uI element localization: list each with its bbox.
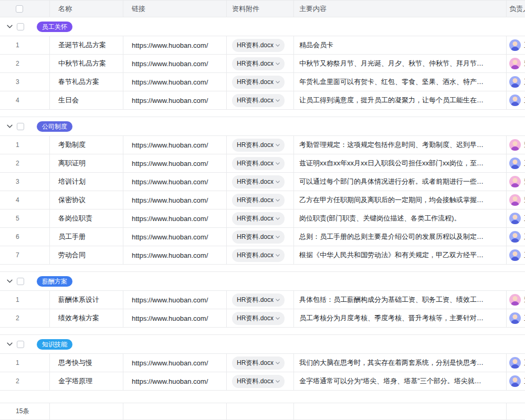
link-cell[interactable]: https://www.huoban.com/	[123, 309, 227, 328]
attachment-chip[interactable]: HR资料.docx	[232, 139, 285, 152]
chevron-down-icon[interactable]	[6, 24, 13, 30]
attachment-chip[interactable]: HR资料.docx	[232, 293, 285, 307]
group-checkbox[interactable]	[17, 23, 24, 30]
name-cell[interactable]: 离职证明	[50, 154, 123, 173]
name-cell[interactable]: 春节礼品方案	[50, 73, 123, 91]
attachment-chip[interactable]: HR资料.docx	[232, 375, 285, 388]
link-cell[interactable]: https://www.huoban.com/	[123, 291, 227, 309]
link-cell[interactable]: https://www.huoban.com/	[123, 191, 227, 209]
link-cell[interactable]: https://www.huoban.com/	[123, 55, 227, 73]
content-cell[interactable]: 金字塔通常可以分为“塔尖、塔身、塔基”三个部分。塔尖就…	[294, 372, 507, 391]
link-cell[interactable]: https://www.huoban.com/	[123, 173, 227, 191]
content-cell[interactable]: 精品会员卡	[294, 36, 507, 55]
group-gap	[0, 110, 525, 117]
content-cell[interactable]: 中秋节又称祭月节、月光诞、月夕、秋节、仲秋节、拜月节…	[294, 55, 507, 73]
name-cell[interactable]: 生日会	[50, 91, 123, 110]
owner-cell[interactable]: 三	[507, 228, 525, 246]
owner-cell[interactable]: 三	[507, 372, 525, 391]
column-header-owner[interactable]: 负责人	[507, 1, 525, 17]
column-header-link[interactable]: 链接	[123, 1, 227, 17]
link-cell[interactable]: https://www.huoban.com/	[123, 209, 227, 228]
table-row: 1思考快与慢https://www.huoban.com/HR资料.docx我们…	[0, 354, 525, 372]
select-all-checkbox[interactable]	[16, 5, 23, 13]
name-cell[interactable]: 培训计划	[50, 173, 123, 191]
name-cell[interactable]: 圣诞节礼品方案	[50, 36, 123, 55]
link-cell[interactable]: https://www.huoban.com/	[123, 246, 227, 265]
group-name-badge[interactable]: 薪酬方案	[37, 276, 72, 287]
owner-cell[interactable]: 董	[507, 136, 525, 154]
owner-cell[interactable]: 三	[507, 246, 525, 265]
link-cell[interactable]: https://www.huoban.com/	[123, 36, 227, 55]
attachment-chip[interactable]: HR资料.docx	[232, 57, 285, 70]
owner-cell[interactable]: 董	[507, 55, 525, 73]
name-cell[interactable]: 绩效考核方案	[50, 309, 123, 328]
content-cell[interactable]: 我们的大脑在思考时，其实存在着两套系统，分别是快思考…	[294, 354, 507, 372]
content-cell[interactable]: 具体包括：员工薪酬构成分为基础工资、职务工资、绩效工…	[294, 291, 507, 309]
name-cell[interactable]: 金字塔原理	[50, 372, 123, 391]
name-cell[interactable]: 思考快与慢	[50, 354, 123, 372]
content-cell[interactable]: 乙方在甲方任职期间及离职后的一定期间，均会接触或掌握…	[294, 191, 507, 209]
name-cell[interactable]: 薪酬体系设计	[50, 291, 123, 309]
chevron-down-icon	[276, 181, 280, 183]
column-header-name[interactable]: 名称	[50, 1, 123, 17]
content-cell[interactable]: 岗位职责(部门职责、关键岗位描述、各类工作流程)。	[294, 209, 507, 228]
name-cell[interactable]: 劳动合同	[50, 246, 123, 265]
chevron-down-icon[interactable]	[6, 278, 13, 285]
content-cell[interactable]: 员工考核分为月度考核、季度考核、晋升考核等，主要针对…	[294, 309, 507, 328]
attachment-chip[interactable]: HR资料.docx	[232, 230, 285, 244]
owner-cell[interactable]: 三	[507, 73, 525, 91]
attachment-chip[interactable]: HR资料.docx	[232, 312, 285, 325]
owner-cell[interactable]: 三	[507, 154, 525, 173]
owner-cell[interactable]: 三	[507, 91, 525, 110]
owner-cell[interactable]: 三	[507, 209, 525, 228]
attachment-chip[interactable]: HR资料.docx	[232, 157, 285, 170]
table-row: 2中秋节礼品方案https://www.huoban.com/HR资料.docx…	[0, 55, 525, 73]
name-cell[interactable]: 保密协议	[50, 191, 123, 209]
owner-cell[interactable]: 董	[507, 173, 525, 191]
owner-cell[interactable]: 董	[507, 291, 525, 309]
attachment-chip[interactable]: HR资料.docx	[232, 94, 285, 107]
name-cell[interactable]: 中秋节礼品方案	[50, 55, 123, 73]
footer-cell-link	[123, 403, 227, 420]
group-name-badge[interactable]: 员工关怀	[37, 22, 72, 32]
group-name-badge[interactable]: 知识技能	[37, 339, 72, 350]
table-header-row: 名称 链接 资料附件 主要内容 负责人	[0, 0, 525, 17]
owner-cell[interactable]: 三	[507, 354, 525, 372]
attachment-chip[interactable]: HR资料.docx	[232, 212, 285, 225]
content-cell[interactable]: 年货礼盒里面可以有贺卡、红包、零食、坚果、酒水、特产…	[294, 73, 507, 91]
owner-cell[interactable]: 三	[507, 309, 525, 328]
content-cell[interactable]: 考勤管理规定：这项规定包括作息时间、考勤制度、迟到早…	[294, 136, 507, 154]
group-checkbox[interactable]	[17, 278, 24, 285]
link-cell[interactable]: https://www.huoban.com/	[123, 354, 227, 372]
row-index: 3	[0, 173, 50, 191]
chevron-down-icon[interactable]	[6, 341, 13, 348]
name-cell[interactable]: 各岗位职责	[50, 209, 123, 228]
owner-cell[interactable]: 三	[507, 36, 525, 55]
name-cell[interactable]: 考勤制度	[50, 136, 123, 154]
column-header-content[interactable]: 主要内容	[294, 1, 507, 17]
content-cell[interactable]: 根据《中华人民共和国劳动法》和有关规定，甲乙双方经平…	[294, 246, 507, 265]
chevron-down-icon[interactable]	[6, 123, 13, 130]
owner-cell[interactable]: 董	[507, 191, 525, 209]
content-cell[interactable]: 让员工得到满意度，提升员工的凝聚力，让每个员工能生在…	[294, 91, 507, 110]
link-cell[interactable]: https://www.huoban.com/	[123, 73, 227, 91]
group-checkbox[interactable]	[17, 123, 24, 130]
attachment-chip[interactable]: HR资料.docx	[232, 194, 285, 207]
group-name-badge[interactable]: 公司制度	[37, 121, 72, 132]
attachment-chip[interactable]: HR资料.docx	[232, 356, 285, 370]
content-cell[interactable]: 总则：员工手册的总则主要是介绍公司的发展历程以及制定…	[294, 228, 507, 246]
attachment-chip[interactable]: HR资料.docx	[232, 76, 285, 89]
name-cell[interactable]: 员工手册	[50, 228, 123, 246]
attachment-chip[interactable]: HR资料.docx	[232, 39, 285, 52]
link-cell[interactable]: https://www.huoban.com/	[123, 91, 227, 110]
link-cell[interactable]: https://www.huoban.com/	[123, 136, 227, 154]
content-cell[interactable]: 兹证明xx自xx年xx月xx日入职我公司担任xx部门xx岗位，至…	[294, 154, 507, 173]
link-cell[interactable]: https://www.huoban.com/	[123, 228, 227, 246]
column-header-attachment[interactable]: 资料附件	[227, 1, 294, 17]
attachment-chip[interactable]: HR资料.docx	[232, 249, 285, 262]
content-cell[interactable]: 可以通过每个部门的具体情况进行分析。或者前期进行一些…	[294, 173, 507, 191]
link-cell[interactable]: https://www.huoban.com/	[123, 372, 227, 391]
link-cell[interactable]: https://www.huoban.com/	[123, 154, 227, 173]
group-checkbox[interactable]	[17, 341, 24, 348]
attachment-chip[interactable]: HR资料.docx	[232, 175, 285, 188]
